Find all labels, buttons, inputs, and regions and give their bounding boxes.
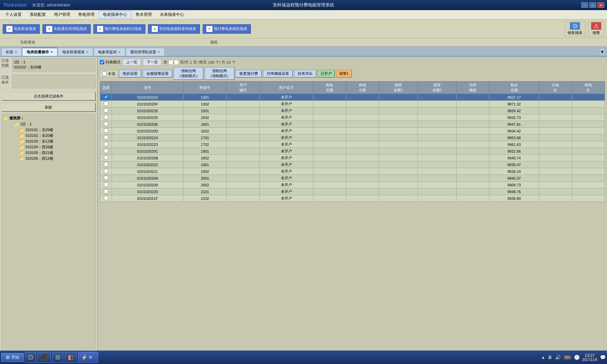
- close-tab-welcome[interactable]: ✕: [15, 50, 17, 54]
- row-checkbox-12[interactable]: [104, 176, 108, 180]
- force-open-btn[interactable]: 强制拉闸（强制模式）: [205, 67, 234, 80]
- row-checkbox-11[interactable]: [104, 169, 108, 173]
- list-mode-checkbox[interactable]: [100, 60, 104, 64]
- doc-icon2: ≡: [46, 26, 52, 32]
- tray-arrow-up[interactable]: ▲: [541, 355, 545, 359]
- taskbar-icon-2: ⬛: [40, 354, 48, 361]
- list-mode-checkbox-label[interactable]: 列表模式: [100, 60, 120, 65]
- row-checkbox-7[interactable]: [104, 142, 108, 146]
- notification-icon[interactable]: 💬: [600, 355, 606, 360]
- tree-building-0[interactable]: 📁010101：东29楼: [14, 127, 94, 133]
- alarm-btn[interactable]: ⚠ 报警: [588, 21, 604, 36]
- row-checkbox-3[interactable]: [104, 115, 108, 119]
- taskbar-item-3[interactable]: ⊠: [52, 352, 63, 363]
- th-total: 购电总额: [313, 82, 346, 94]
- row-checkbox-13[interactable]: [104, 182, 108, 187]
- menu-item-meter-report[interactable]: 电表报表中心: [98, 11, 132, 19]
- row-checkbox-0[interactable]: [104, 95, 108, 99]
- app-title: 安科瑞远程预付费电能管理系统: [273, 2, 334, 8]
- page-input[interactable]: [169, 60, 179, 65]
- force-close-btn[interactable]: 强制合闸（强制模式）: [174, 67, 203, 80]
- row-checkbox-10[interactable]: [104, 162, 108, 166]
- table-row: 0101020225 1502 未开户 9932.73: [100, 114, 605, 121]
- tree-building-4[interactable]: 📁010105：西21楼: [14, 150, 94, 156]
- sublabel-disconnect: 失联查询: [20, 40, 35, 45]
- btn-prepay-daily[interactable]: ≡ 预付费电表能耗日报表: [93, 24, 145, 34]
- taskbar-icon-4: ◧: [68, 354, 74, 361]
- th-alarm2: 报警金额2: [418, 82, 457, 94]
- select-all-checkbox[interactable]: [102, 71, 107, 76]
- minimize-button[interactable]: ─: [581, 2, 588, 8]
- tab-batch-ops[interactable]: 电表批量操作 ✕: [22, 48, 57, 56]
- menu-item-personal[interactable]: 个人设置: [1, 11, 26, 18]
- tab-welcome[interactable]: 欢迎 ✕: [1, 48, 22, 56]
- row-checkbox-8[interactable]: [104, 149, 108, 153]
- select-all-label[interactable]: 全选: [100, 70, 118, 77]
- tree-zone1[interactable]: 📁 1区：1: [8, 121, 94, 127]
- maximize-button[interactable]: □: [589, 2, 596, 8]
- tab-comm-setting[interactable]: 通讯管理机设置 ✕: [126, 48, 165, 56]
- taskbar-item-1[interactable]: ⊡: [25, 352, 36, 363]
- row-checkbox-6[interactable]: [104, 135, 108, 140]
- taskbar-item-app[interactable]: ⚡ W: [78, 352, 98, 363]
- sales-report-icon: ⊙: [570, 22, 580, 30]
- menu-item-water-report[interactable]: 水表报表中心: [156, 11, 188, 18]
- refresh-btn[interactable]: 刷新: [1, 103, 96, 112]
- subtoolbar: 失联查询 能耗: [0, 38, 607, 47]
- sales-report-btn[interactable]: ⊙ 销售报表: [565, 21, 585, 36]
- close-tab-comm[interactable]: ✕: [157, 50, 160, 54]
- doc-icon5: ≡: [206, 26, 212, 32]
- tab-dropdown[interactable]: ▼: [599, 48, 606, 56]
- th-times: 购电次数: [346, 82, 379, 94]
- tree-building-5[interactable]: 📁010106：西12楼: [14, 156, 94, 161]
- row-checkbox-5[interactable]: [104, 128, 108, 133]
- start-button[interactable]: ⊞ 开始: [1, 353, 24, 362]
- menu-item-users[interactable]: 用户管理: [50, 11, 74, 18]
- menu-item-water-sales[interactable]: 售水管理: [132, 11, 156, 18]
- menu-item-system[interactable]: 系统配置: [26, 11, 50, 18]
- building-tree: 📁 建筑群： 📁 1区：1 📁010101：东29楼📁010102：东20楼📁0…: [1, 114, 96, 349]
- restore-prepay-btn[interactable]: 恢复预付费: [236, 70, 262, 78]
- btn-ctrl-energy[interactable]: ≡ 管控电表能耗查询报表: [148, 24, 200, 34]
- table-row: 0101020222 1901 未开户 9935.47: [100, 161, 605, 168]
- meter-table: 选择 表号 商铺号 用户编号 用户名字 购电总额 购电次数 报警金额1 报警金额…: [100, 81, 605, 202]
- close-tab-monitor[interactable]: ✕: [118, 50, 121, 54]
- electricity-price-btn[interactable]: 电价设置: [119, 70, 141, 78]
- alarm-amount-btn[interactable]: 金额报警设置: [143, 70, 172, 78]
- power-threshold-btn[interactable]: 功率阈值设置: [263, 70, 293, 78]
- menu-item-electricity[interactable]: 售电管理: [74, 11, 98, 18]
- taskbar-item-2[interactable]: ⬛: [37, 352, 51, 363]
- tree-building-3[interactable]: 📁010104：西28楼: [14, 144, 94, 150]
- folder-bldg-icon: 📁: [19, 145, 24, 150]
- prev-page-btn[interactable]: 上一页: [122, 59, 141, 66]
- row-checkbox-9[interactable]: [104, 155, 108, 160]
- tab-meter-monitor[interactable]: 电参里监控 ✕: [94, 48, 125, 56]
- btn-comm-manage-report[interactable]: ≡ 失联通讯管理机报表: [42, 24, 91, 34]
- opened-account-btn[interactable]: 已开户: [318, 70, 335, 78]
- row-checkbox-15[interactable]: [104, 196, 108, 200]
- tab-disconnect-report[interactable]: 电失联表报表 ✕: [58, 48, 93, 56]
- close-button[interactable]: ✕: [598, 2, 604, 8]
- close-tab-disconnect[interactable]: ✕: [86, 50, 89, 54]
- read-export-btn[interactable]: 抄表导出: [294, 70, 316, 78]
- close-tab-batch[interactable]: ✕: [50, 50, 53, 54]
- btn-disconnect-report[interactable]: ≡ 电失联表报表: [3, 24, 40, 34]
- tree-root: 📁 建筑群：: [3, 116, 94, 121]
- row-checkbox-1[interactable]: [104, 101, 108, 106]
- row-checkbox-2[interactable]: [104, 108, 108, 113]
- row-checkbox-14[interactable]: [104, 189, 108, 193]
- tree-building-2[interactable]: 📁010103：东12楼: [14, 139, 94, 144]
- row-checkbox-4[interactable]: [104, 122, 108, 126]
- left-panel: 已选 范围 1区：1 010102：东20楼 已选 条件 点击选择过滤条件 刷新…: [0, 57, 98, 351]
- app-logo: ThinkVision: [3, 2, 27, 8]
- folder-bldg-icon: 📁: [19, 128, 24, 132]
- doc-icon3: ≡: [97, 26, 103, 32]
- btn-prepay-energy[interactable]: ≡ 预付费电表能耗报表: [203, 24, 251, 34]
- taskbar-item-4[interactable]: ◧: [65, 352, 77, 363]
- tree-building-1[interactable]: 📁010102：东20楼: [14, 133, 94, 139]
- next-page-btn[interactable]: 下一页: [143, 59, 162, 66]
- filter-btn[interactable]: 点击选择过滤条件: [1, 92, 96, 101]
- speaker-icon: 🔊: [555, 355, 561, 360]
- table-row: 0101020209 2002 未开户 9909.73: [100, 182, 605, 188]
- alarm1-btn[interactable]: 报警1: [336, 70, 352, 78]
